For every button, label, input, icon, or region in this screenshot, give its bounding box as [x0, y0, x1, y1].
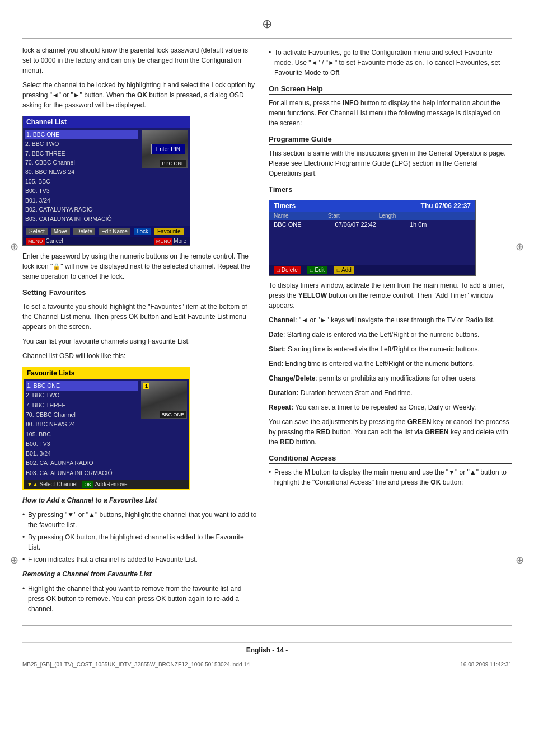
add-channel-bullets: By pressing "▼" or "▲" buttons, highligh… [22, 510, 257, 565]
heading-setting-favourites: Setting Favourites [22, 288, 257, 298]
timers-body: BBC ONE 07/06/07 22:42 1h 0m [269, 220, 475, 265]
para-changedelete: Change/Delete: permits or prohibits any … [269, 373, 512, 383]
col-length: Length [379, 213, 396, 219]
para-osd-looks: Channel list OSD will look like this: [22, 351, 257, 361]
para-repeat: Repeat: You can set a timer to be repeat… [269, 402, 512, 412]
para-enter-password: Enter the password by using the numeric … [22, 251, 257, 281]
btn-timer-delete: □ Delete [274, 266, 301, 274]
red-label-1: RED [316, 428, 330, 436]
fav-osd-header: Favourite Lists [24, 368, 189, 379]
main-columns: lock a channel you should know the paren… [22, 45, 512, 618]
channel-item: 105. BBC [25, 177, 138, 186]
fav-osd-body: 1. BBC ONE 2. BBC TWO 7. BBC THREE 70. C… [24, 379, 189, 480]
fav-thumb: 1 BBC ONE [141, 381, 187, 478]
timers-osd-header: Timers Thu 07/06 22:37 [269, 200, 475, 212]
fav-channel-item: B03. CATALUNYA INFORMACIÓ [26, 468, 138, 478]
fav-channel-item: 105. BBC [26, 430, 138, 439]
channel-item: B03. CATALUNYA INFORMACIÓ [25, 214, 138, 224]
para-programme-guide: This section is same with the instructio… [269, 148, 512, 179]
heading-onscreen-help: On Screen Help [269, 84, 512, 95]
duration-label: Duration: [269, 389, 298, 397]
fav-footer-keys: ▼▲ Select Channel [27, 481, 77, 487]
left-column: lock a channel you should know the paren… [22, 45, 257, 618]
para-list-favourite: You can list your favourite channels usi… [22, 336, 257, 346]
btn-delete: Delete [73, 228, 95, 235]
end-label: End [269, 360, 282, 368]
date-label: Date [269, 331, 283, 339]
ok-label-conditional: OK [430, 478, 441, 486]
channel-item: B00. TV3 [25, 186, 138, 196]
fav-channel-item: 2. BBC TWO [26, 391, 138, 400]
arrow-right-icon: ► [73, 91, 80, 99]
bottom-rule [22, 625, 512, 626]
fav-footer-ok: OK Add/Remove [82, 481, 127, 487]
para-start: Start: Starting time is entered via the … [269, 344, 512, 354]
fav-channel-selected: 1. BBC ONE [26, 381, 138, 391]
timer-length: 1h 0m [410, 221, 427, 228]
bullet-remove-1: Highlight the channel that you want to r… [22, 584, 257, 614]
timer-name: BBC ONE [274, 221, 302, 228]
channel-list-osd: Channel List 1. BBC ONE 2. BBC TWO 7. BB… [22, 116, 190, 246]
yellow-label: YELLOW [298, 292, 327, 299]
compass-icon-top: ⊕ [22, 17, 512, 31]
green-label-2: GREEN [425, 428, 449, 436]
page-footer: English - 14 - [22, 642, 512, 654]
menu-cancel-label: MENUCancel [26, 238, 63, 244]
green-label-1: GREEN [407, 418, 432, 426]
timers-footer: □ Delete □ Edit □ Add [269, 265, 475, 275]
changedelete-label: Change/Delete [269, 374, 315, 382]
col-start: Start [328, 213, 340, 219]
pin-dialog: Enter PIN [151, 144, 185, 154]
btn-select: Select [26, 228, 48, 235]
thumb-label: BBC ONE [160, 160, 186, 167]
menu-more-label: MENUMore [154, 238, 186, 244]
channel-item: B01. 3/24 [25, 196, 138, 205]
para-display-timers: To display timers window, activate the i… [269, 280, 512, 311]
conditional-access-bullets: Press the M button to display the main m… [269, 467, 512, 487]
doc-info-right: 16.08.2009 11:42:31 [460, 661, 512, 668]
para-save-adjustments: You can save the adjustments by pressing… [269, 417, 512, 447]
doc-info-left: MB25_[GB]_(01-TV)_COST_1055UK_IDTV_32855… [22, 661, 250, 668]
fav-channel-list: 1. BBC ONE 2. BBC TWO 7. BBC THREE 70. C… [26, 381, 138, 478]
doc-footer: MB25_[GB]_(01-TV)_COST_1055UK_IDTV_32855… [22, 659, 512, 668]
osd-menu-bar: MENUCancel MENUMore [23, 237, 190, 245]
btn-timer-edit: □ Edit [307, 266, 327, 274]
bullet-conditional-1: Press the M button to display the main m… [269, 467, 512, 487]
osd-footer: Select Move Delete Edit Name Lock Favour… [23, 226, 190, 237]
timer-start: 07/06/07 22:42 [335, 221, 376, 228]
para-onscreen-help: For all menus, press the INFO button to … [269, 98, 512, 128]
osd-body: 1. BBC ONE 2. BBC TWO 7. BBC THREE 70. C… [23, 128, 190, 226]
osd-header: Channel List [23, 116, 190, 128]
para-channel-nav: Channel: "◄ or "►" keys will navigate th… [269, 315, 512, 325]
fav-thumb-label: BBC ONE [160, 411, 186, 418]
channel-item: 70. CBBC Channel [25, 158, 138, 167]
start-label: Start [269, 345, 284, 353]
timers-osd: Timers Thu 07/06 22:37 Name Start Length… [269, 200, 476, 276]
channel-item: 80. BBC NEWS 24 [25, 167, 138, 177]
bullet-add-3: F icon indicates that a channel is added… [22, 555, 257, 565]
btn-lock: Lock [134, 228, 151, 235]
ok-label: OK [137, 91, 147, 99]
timers-col-headers: Name Start Length [269, 212, 475, 220]
right-column: To activate Favourites, go to the Config… [269, 45, 512, 618]
para-duration: Duration: Duration between Start and End… [269, 388, 512, 398]
compass-icon-right2: ⊕ [516, 554, 524, 566]
btn-timer-add: □ Add [334, 266, 354, 274]
para-set-favourite: To set a favourite you should highlight … [22, 302, 257, 332]
fav-channel-item: B02. CATALUNYA RADIO [26, 458, 138, 468]
lock-icon: 🔒 [53, 262, 60, 271]
fav-osd-footer: ▼▲ Select Channel OK Add/Remove [24, 480, 189, 489]
favourite-list-osd: Favourite Lists 1. BBC ONE 2. BBC TWO 7.… [22, 367, 190, 490]
remove-channel-bullets: Highlight the channel that you want to r… [22, 584, 257, 614]
channel-item: 2. BBC TWO [25, 139, 138, 149]
timers-title: Timers [274, 202, 296, 210]
fav-num-badge: 1 [143, 383, 149, 389]
heading-how-to-add: How to Add a Channel to a Favourites Lis… [22, 495, 257, 505]
channel-item-selected: 1. BBC ONE [25, 130, 138, 139]
heading-timers: Timers [269, 185, 512, 195]
compass-icon-left: ⊕ [10, 241, 18, 253]
para-lock-select: Select the channel to be locked by highl… [22, 80, 257, 110]
fav-channel-item: B00. TV3 [26, 439, 138, 449]
repeat-label: Repeat: [269, 403, 293, 411]
bullet-activate: To activate Favourites, go to the Config… [269, 48, 512, 78]
